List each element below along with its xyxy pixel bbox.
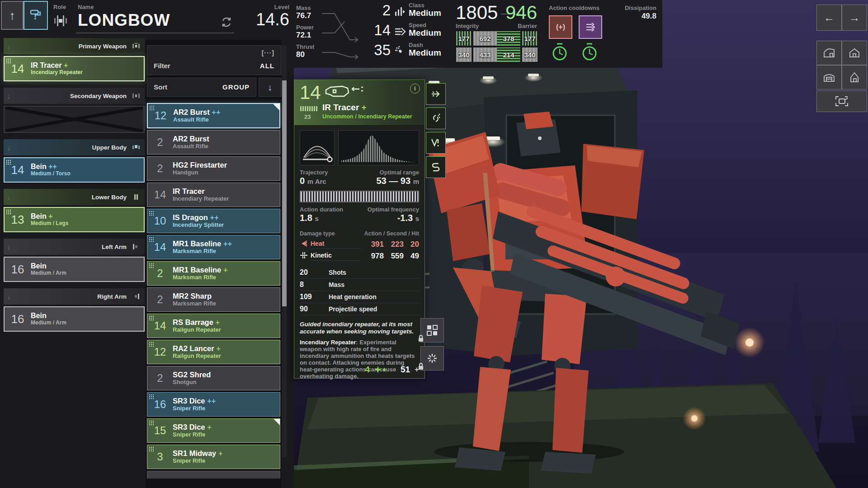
serpentine-button[interactable] bbox=[426, 156, 446, 178]
cell-right-arm-integrity: 340 bbox=[522, 47, 538, 62]
randomize-name-icon[interactable] bbox=[221, 16, 232, 28]
class-tier: Medium bbox=[409, 9, 463, 17]
dash-tier: Medium bbox=[409, 48, 463, 57]
weapon-list-item[interactable]: 2 AR2 Burst Assault Rifle bbox=[147, 130, 280, 155]
weapon-list-item[interactable]: 14 MR1 Baseline ++ Marksman Rifle bbox=[147, 235, 280, 259]
asterisk-icon bbox=[427, 353, 438, 364]
cooldown-timer-2-icon bbox=[580, 42, 599, 61]
s-route-icon bbox=[431, 162, 440, 172]
equip-button[interactable] bbox=[426, 83, 446, 105]
home-icon bbox=[849, 48, 860, 58]
durability-bars bbox=[300, 106, 317, 111]
weapon-list-item[interactable]: 14 RS Barrage + Railgun Repeater bbox=[147, 314, 280, 338]
duration-label: Action duration bbox=[300, 206, 343, 213]
screenshot-button[interactable] bbox=[816, 90, 867, 112]
collapse-icon: ↓ bbox=[7, 144, 19, 151]
dash-label: Dash bbox=[409, 42, 463, 48]
mech-part-icon bbox=[131, 144, 141, 151]
stat-flow-lines bbox=[322, 8, 363, 60]
scrollbar-thumb[interactable] bbox=[282, 80, 287, 306]
equipped-primary-weapon[interactable]: 14 IR Tracer + Incendiary Repeater bbox=[4, 56, 145, 81]
mech-part-icon bbox=[131, 293, 141, 300]
weapon-list-item[interactable]: 12 AR2 Burst ++ Assault Rifle bbox=[147, 103, 280, 128]
left-arm-header[interactable]: ↓ Left Arm bbox=[4, 239, 145, 255]
paint-roller-icon bbox=[30, 9, 42, 21]
weapon-list-item[interactable]: 2 MR2 Sharp Marksman Rifle bbox=[147, 287, 280, 312]
speed-value: 14 bbox=[363, 22, 391, 39]
mech-name-input[interactable]: LONGBOW bbox=[78, 11, 170, 30]
arrow-right-icon: → bbox=[849, 11, 860, 24]
right-arm-header[interactable]: ↓ Right Arm bbox=[4, 288, 145, 305]
primary-weapon-header[interactable]: ↓ Primary Weapon bbox=[4, 38, 145, 54]
lower-body-header[interactable]: ↓ Lower Body bbox=[4, 189, 145, 205]
trajectory-label: Trajectory bbox=[300, 169, 328, 176]
back-button[interactable]: ↑ bbox=[1, 1, 24, 30]
hangar-view-1-button[interactable] bbox=[816, 41, 842, 65]
level-value: 14.6 bbox=[235, 10, 289, 29]
info-icon[interactable]: i bbox=[410, 84, 420, 94]
filter-label: Filter bbox=[154, 62, 170, 70]
mech-part-icon bbox=[131, 193, 141, 201]
filter-dropdown[interactable]: Filter [···] ALL bbox=[147, 45, 281, 75]
sort-dropdown[interactable]: Sort GROUP bbox=[147, 78, 256, 97]
equipped-lower-body[interactable]: 13 Bein + Medium / Legs bbox=[4, 207, 145, 232]
hangar-view-4-button[interactable] bbox=[842, 65, 867, 89]
hangar-view-3-button[interactable] bbox=[816, 65, 842, 89]
equipped-right-arm[interactable]: 16 Bein Medium / Arm bbox=[4, 306, 145, 332]
weapon-list-item[interactable]: 3 SR1 Midway + Sniper Rifle bbox=[147, 445, 280, 469]
locked-loadout-grid-button[interactable] bbox=[420, 318, 444, 343]
class-value: 2 bbox=[363, 2, 391, 19]
damage-row-kinetic: Kinetic 978 559 49 bbox=[294, 250, 425, 262]
list-scrollbar[interactable] bbox=[282, 45, 287, 457]
weapon-list-item-clipped[interactable] bbox=[147, 471, 280, 479]
collapse-icon: ↓ bbox=[7, 293, 19, 300]
empty-secondary-weapon-slot[interactable] bbox=[4, 106, 145, 133]
power-value: 72.1 bbox=[296, 31, 311, 39]
weapon-list-item[interactable]: 2 HG2 Firestarter Handgun bbox=[147, 156, 280, 181]
mech-part-icon bbox=[131, 243, 141, 250]
weapon-list-item[interactable]: 15 SR3 Dice + Sniper Rifle bbox=[147, 418, 280, 443]
range-falloff-chart bbox=[338, 130, 419, 165]
slot-group-upper-body: ↓ Upper Body 14 Bein ++ Medium / Torso bbox=[4, 139, 145, 183]
variant-button[interactable] bbox=[426, 132, 446, 154]
filter-ellipsis-icon: [···] bbox=[262, 49, 274, 56]
paint-customize-button[interactable] bbox=[24, 1, 48, 30]
up-arrow-icon: ↑ bbox=[9, 9, 15, 23]
stat-row-projectile-speed: 90Projectile speed bbox=[300, 303, 419, 315]
sort-direction-button[interactable]: ↓ bbox=[259, 78, 281, 97]
rating-value: 4 bbox=[365, 365, 370, 375]
hangar-icon bbox=[823, 48, 835, 58]
slot-group-right-arm: ↓ Right Arm 16 Bein Medium / Arm bbox=[4, 288, 145, 332]
weapon-list-item[interactable]: 16 SR3 Dice ++ Sniper Rifle bbox=[147, 392, 280, 417]
role-mech-icon[interactable] bbox=[52, 14, 70, 27]
mech-bay-screen: ← → ↑ Role Name bbox=[0, 0, 868, 488]
stat-row-heat-generation: 109Heat generation bbox=[300, 291, 419, 303]
secondary-weapon-header[interactable]: ↓ Secondary Weapon bbox=[4, 88, 145, 104]
empty-slot-x-icon bbox=[5, 107, 144, 132]
history-back-button[interactable]: ← bbox=[816, 5, 842, 31]
hangar-view-2-button[interactable] bbox=[842, 41, 867, 65]
weapon-list-item[interactable]: 2 SG2 Shred Shotgun bbox=[147, 366, 280, 390]
slot-group-secondary-weapon: ↓ Secondary Weapon bbox=[4, 88, 145, 133]
cooldown-heat-button[interactable]: (+) bbox=[549, 15, 572, 39]
name-underline bbox=[76, 33, 234, 33]
equipped-upper-body[interactable]: 14 Bein ++ Medium / Torso bbox=[4, 157, 145, 183]
weapon-list-item[interactable]: 12 RA2 Lancer + Railgun Repeater bbox=[147, 340, 280, 364]
dissipation-label: Dissipation bbox=[601, 5, 656, 11]
locked-overlay-button[interactable] bbox=[420, 346, 444, 371]
paint-link-button[interactable] bbox=[426, 108, 446, 129]
weapon-list-item[interactable]: 2 MR1 Baseline + Marksman Rifle bbox=[147, 261, 280, 286]
weapon-list-item[interactable]: 10 IS Dragon ++ Incendiary Splitter bbox=[147, 209, 280, 233]
armor-cells: 177 692 378 177 340 433 214 340 bbox=[456, 31, 538, 62]
upper-body-header[interactable]: ↓ Upper Body bbox=[4, 139, 145, 155]
equipped-left-arm[interactable]: 16 Bein Medium / Arm bbox=[4, 257, 145, 282]
barrier-value: 946 bbox=[483, 2, 537, 23]
cooldown-dash-button[interactable] bbox=[579, 15, 602, 39]
speed-label: Speed bbox=[409, 22, 463, 28]
detail-rarity-line: Uncommon / Incendiary Repeater bbox=[322, 113, 412, 120]
chain-link-icon bbox=[431, 113, 441, 123]
history-forward-button[interactable]: → bbox=[842, 5, 867, 31]
slot-group-lower-body: ↓ Lower Body 13 Bein + Medium / Legs bbox=[4, 189, 145, 232]
weapon-list-item[interactable]: 14 IR Tracer Incendiary Repeater bbox=[147, 183, 280, 207]
collapse-icon: ↓ bbox=[7, 42, 19, 50]
